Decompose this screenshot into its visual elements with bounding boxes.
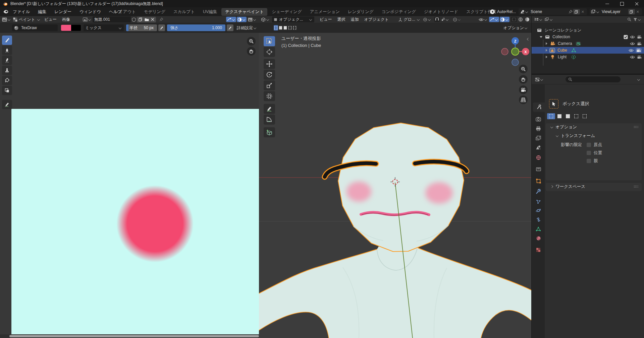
image-pin-icon[interactable]	[159, 17, 164, 22]
transform-orientation-dropdown[interactable]: グロ...	[398, 17, 420, 22]
properties-tab-material[interactable]	[533, 233, 544, 243]
select-mode-invert[interactable]	[572, 113, 580, 119]
strength-pressure-toggle[interactable]	[227, 24, 233, 31]
image-canvas[interactable]	[0, 33, 259, 338]
tool-clone[interactable]	[2, 66, 12, 75]
show-gizmo-toggle[interactable]	[489, 17, 499, 22]
blend-mode-dropdown[interactable]: ミックス	[84, 24, 124, 31]
outliner-row-collection[interactable]: Collection	[532, 33, 644, 40]
menu-file[interactable]: ファイル	[9, 7, 34, 16]
properties-tab-texture[interactable]	[533, 245, 544, 255]
paint-mode-dropdown[interactable]: ペイント	[12, 17, 41, 22]
select-mode-intersect[interactable]	[292, 25, 297, 30]
properties-tab-collection[interactable]	[533, 164, 544, 174]
workspace-panel-header[interactable]: ワークスペース	[546, 183, 642, 190]
viewport-camera-button[interactable]	[519, 85, 528, 94]
properties-tab-scene[interactable]	[533, 143, 544, 152]
brush-selector[interactable]: TexDraw	[12, 24, 58, 31]
outliner-scene-dropdown[interactable]	[544, 17, 554, 22]
image-name-field[interactable]: 無題.001	[93, 16, 131, 22]
outliner-search-icon[interactable]	[627, 17, 632, 22]
auto-rel-button[interactable]: Auto Rel...	[490, 9, 519, 14]
menu-window[interactable]: ウィンドウ	[75, 7, 105, 16]
outliner-row-cube[interactable]: Cube	[532, 47, 644, 54]
tool-draw[interactable]	[2, 36, 12, 45]
shading-solid-button[interactable]	[524, 17, 530, 22]
new-image-button[interactable]	[138, 17, 143, 22]
hide-eye-icon[interactable]	[630, 55, 635, 59]
image-h-scrollbar[interactable]	[0, 334, 259, 338]
viewport-canvas[interactable]: ユーザー・透視投影 (1) Collection | Cube	[259, 33, 531, 338]
image-image-menu[interactable]: 画像	[59, 16, 73, 23]
properties-editor-type-dropdown[interactable]	[534, 77, 544, 82]
render-camera-icon[interactable]	[637, 42, 642, 46]
tab-compositing[interactable]: コンポジティング	[378, 8, 420, 16]
tab-geometry-nodes[interactable]: ジオメトリノード	[420, 8, 462, 16]
view-layer-selector[interactable]: ViewLayer ✕	[590, 8, 642, 15]
mode-dropdown[interactable]: オブジェク...	[272, 16, 314, 22]
remove-view-layer-icon[interactable]: ✕	[636, 10, 639, 14]
viewport-editor-type-dropdown[interactable]	[260, 17, 270, 22]
tool-cursor[interactable]	[264, 47, 275, 57]
navigation-gizmo[interactable]: Z X	[494, 33, 531, 67]
new-scene-button[interactable]	[573, 9, 580, 14]
properties-tab-world[interactable]	[533, 153, 544, 162]
select-mode-new[interactable]	[547, 113, 555, 119]
unlink-scene-icon[interactable]: ✕	[581, 10, 584, 14]
select-mode-extend[interactable]	[555, 113, 564, 119]
properties-tab-object[interactable]	[533, 176, 544, 186]
select-mode-invert[interactable]	[288, 25, 292, 30]
menu-edit[interactable]: 編集	[34, 7, 50, 16]
expand-icon[interactable]	[546, 42, 547, 45]
transform-panel-header[interactable]: トランスフォーム	[546, 132, 642, 139]
tool-add-cube[interactable]	[264, 127, 275, 137]
tool-measure[interactable]	[264, 115, 275, 125]
render-camera-icon[interactable]	[637, 55, 642, 59]
options-panel-header[interactable]: オプション	[546, 123, 642, 131]
expand-icon[interactable]	[540, 36, 542, 38]
tool-fill[interactable]	[2, 76, 12, 85]
scene-selector[interactable]: Scene ✕	[519, 8, 587, 15]
blender-menu-icon[interactable]	[3, 9, 9, 14]
image-browse-dropdown[interactable]	[82, 17, 92, 22]
tab-modeling[interactable]: モデリング	[140, 8, 169, 16]
editor-type-dropdown[interactable]	[1, 17, 12, 22]
tool-scale[interactable]	[264, 80, 275, 90]
image-pan-button[interactable]	[247, 47, 256, 56]
tool-transform[interactable]	[264, 91, 275, 101]
select-mode-intersect[interactable]	[581, 113, 589, 119]
outliner-row-scene-collection[interactable]: シーンコレクション	[532, 27, 644, 33]
snap-toggle[interactable]	[434, 17, 440, 22]
show-overlays-toggle[interactable]	[500, 17, 509, 22]
new-view-layer-button[interactable]	[628, 9, 635, 14]
tab-layout[interactable]: レイアウト	[111, 8, 140, 16]
tab-texture-paint[interactable]: テクスチャペイント	[221, 8, 267, 16]
select-mode-subtract[interactable]	[283, 25, 287, 30]
tool-annotate[interactable]	[264, 104, 275, 114]
proportional-edit-toggle[interactable]	[452, 17, 462, 22]
properties-tab-view-layer[interactable]	[533, 133, 544, 143]
view-menu[interactable]: ビュー	[317, 16, 335, 23]
properties-tab-constraints[interactable]	[533, 215, 544, 224]
select-mode-subtract[interactable]	[564, 113, 572, 119]
tool-smear[interactable]	[2, 56, 12, 65]
tab-rendering[interactable]: レンダリング	[344, 8, 377, 16]
properties-tab-data[interactable]	[533, 224, 544, 233]
select-menu[interactable]: 選択	[335, 16, 348, 23]
tool-select-box[interactable]	[264, 36, 275, 46]
radius-pressure-toggle[interactable]	[158, 24, 165, 31]
fake-user-toggle[interactable]	[131, 17, 137, 22]
properties-tab-output[interactable]	[533, 124, 544, 133]
drag-dots-icon[interactable]	[634, 126, 638, 128]
strength-slider[interactable]: 強さ 1.000	[167, 24, 225, 31]
locations-checkbox[interactable]	[587, 151, 591, 155]
properties-tab-physics[interactable]	[533, 206, 544, 215]
tab-animation[interactable]: アニメーション	[306, 8, 343, 16]
properties-tab-particles[interactable]	[533, 197, 544, 206]
image-gizmos-toggle[interactable]	[226, 17, 236, 22]
pivot-point-dropdown[interactable]	[422, 17, 432, 22]
primary-color-swatch[interactable]	[61, 25, 71, 31]
maximize-button[interactable]	[614, 0, 629, 7]
shading-wireframe-button[interactable]	[518, 17, 524, 22]
secondary-color-swatch[interactable]	[71, 25, 81, 31]
